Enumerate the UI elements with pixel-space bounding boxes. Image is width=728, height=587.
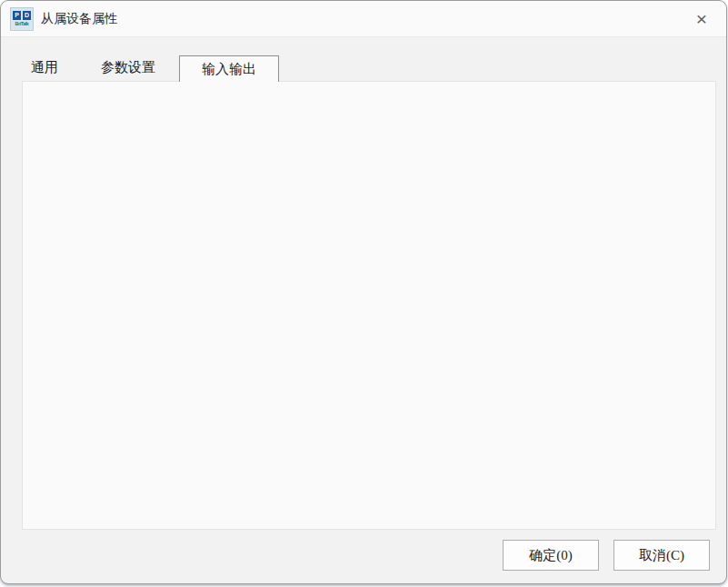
app-logo-letter-d: D [23,11,31,20]
window-title: 从属设备属性 [41,1,117,37]
close-icon[interactable]: × [689,6,714,32]
cancel-button[interactable]: 取消(C) [613,540,710,571]
ok-button[interactable]: 确定(0) [503,540,599,571]
app-logo-caption: BriTalk [12,21,32,25]
tab-page-input-output [22,81,716,530]
app-logo-icon: P D BriTalk [10,7,34,31]
app-logo-letter-p: P [13,11,21,20]
tab-input-output[interactable]: 输入输出 [179,55,279,82]
titlebar[interactable]: P D BriTalk 从属设备属性 × [1,1,726,37]
app-logo-squares: P D [11,11,33,20]
dialog-window: P D BriTalk 从属设备属性 × 通用 参数设置 输入输出 最大输入长度… [0,0,727,584]
tab-parameter-settings[interactable]: 参数设置 [101,59,155,76]
tab-general[interactable]: 通用 [31,59,58,76]
